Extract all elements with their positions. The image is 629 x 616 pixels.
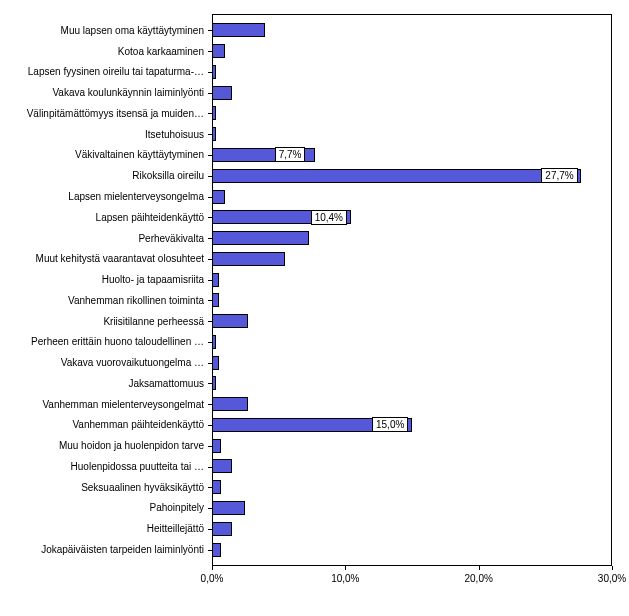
bar-row: [212, 352, 612, 373]
bars-area: 7,7%27,7%10,4%15,0%: [212, 20, 612, 560]
bar-value-label: 27,7%: [541, 168, 577, 183]
bar: [212, 169, 581, 183]
bar-row: [212, 331, 612, 352]
bar-row: [212, 518, 612, 539]
x-axis-label: 20,0%: [464, 573, 492, 584]
bar: [212, 356, 219, 370]
y-axis-label: Vanhemman päihteidenkäyttö: [0, 415, 208, 436]
bar: [212, 231, 309, 245]
y-axis-label: Vanhemman mielenterveysongelmat: [0, 394, 208, 415]
bar-row: [212, 435, 612, 456]
y-axis-label: Vakava vuorovaikutuongelma …: [0, 352, 208, 373]
x-axis-label: 30,0%: [598, 573, 626, 584]
bar: [212, 86, 232, 100]
bar: [212, 376, 216, 390]
bar-row: [212, 394, 612, 415]
bar: [212, 397, 248, 411]
y-axis-label: Lapsen fyysinen oireilu tai tapaturma-…: [0, 62, 208, 83]
bar: [212, 65, 216, 79]
bar-row: 7,7%: [212, 145, 612, 166]
bar-row: [212, 20, 612, 41]
bar: [212, 314, 248, 328]
y-axis-label: Jokapäiväisten tarpeiden laiminlyönti: [0, 539, 208, 560]
y-axis-label: Huolto- ja tapaamisriita: [0, 269, 208, 290]
bar-value-label: 10,4%: [311, 210, 347, 225]
bar: [212, 127, 216, 141]
bar-value-label: 15,0%: [372, 417, 408, 432]
y-axis-label: Rikoksilla oireilu: [0, 165, 208, 186]
chart-container: Muu lapsen oma käyttäytyminenKotoa karka…: [0, 0, 629, 616]
bar: [212, 459, 232, 473]
bar: [212, 439, 221, 453]
y-axis-label: Väkivaltainen käyttäytyminen: [0, 145, 208, 166]
bar: [212, 44, 225, 58]
y-axis-label: Välinpitämättömyys itsensä ja muiden…: [0, 103, 208, 124]
y-axis-label: Seksuaalinen hyväksikäyttö: [0, 477, 208, 498]
bar-row: [212, 248, 612, 269]
bar: [212, 273, 219, 287]
bar-row: [212, 82, 612, 103]
bar: [212, 501, 245, 515]
bar: [212, 190, 225, 204]
y-axis-label: Vanhemman rikollinen toiminta: [0, 290, 208, 311]
y-axis-labels: Muu lapsen oma käyttäytyminenKotoa karka…: [0, 20, 208, 560]
bar: [212, 23, 265, 37]
x-axis-label: 0,0%: [201, 573, 224, 584]
bar-row: 15,0%: [212, 415, 612, 436]
y-axis-label: Perheen erittäin huono taloudellinen …: [0, 331, 208, 352]
y-axis-label: Kriisitilanne perheessä: [0, 311, 208, 332]
bar-row: [212, 186, 612, 207]
bar-row: [212, 124, 612, 145]
y-axis-label: Perheväkivalta: [0, 228, 208, 249]
bar-row: [212, 311, 612, 332]
y-axis-label: Pahoinpitely: [0, 498, 208, 519]
y-axis-label: Lapsen mielenterveysongelma: [0, 186, 208, 207]
bar: [212, 543, 221, 557]
y-axis-label: Muut kehitystä vaarantavat olosuhteet: [0, 248, 208, 269]
bar-row: [212, 456, 612, 477]
x-axis-label: 10,0%: [331, 573, 359, 584]
bar-row: [212, 269, 612, 290]
y-axis-label: Heitteillejättö: [0, 518, 208, 539]
bar: [212, 106, 216, 120]
bar-row: [212, 498, 612, 519]
bar-row: [212, 290, 612, 311]
bar-row: [212, 539, 612, 560]
bar-row: [212, 373, 612, 394]
bar-value-label: 7,7%: [275, 147, 306, 162]
y-axis-label: Muu hoidon ja huolenpidon tarve: [0, 435, 208, 456]
bar: [212, 293, 219, 307]
y-axis-label: Lapsen päihteidenkäyttö: [0, 207, 208, 228]
y-axis-label: Vakava koulunkäynnin laiminlyönti: [0, 82, 208, 103]
bar: [212, 335, 216, 349]
bar-row: [212, 477, 612, 498]
bar-row: [212, 228, 612, 249]
bar: [212, 522, 232, 536]
y-axis-label: Huolenpidossa puutteita tai …: [0, 456, 208, 477]
bar-row: [212, 62, 612, 83]
bar-row: [212, 41, 612, 62]
bar-row: [212, 103, 612, 124]
bar: [212, 480, 221, 494]
y-axis-label: Jaksamattomuus: [0, 373, 208, 394]
bar: [212, 252, 285, 266]
y-axis-label: Kotoa karkaaminen: [0, 41, 208, 62]
bar-row: 10,4%: [212, 207, 612, 228]
y-axis-label: Muu lapsen oma käyttäytyminen: [0, 20, 208, 41]
bar-row: 27,7%: [212, 165, 612, 186]
y-axis-label: Itsetuhoisuus: [0, 124, 208, 145]
